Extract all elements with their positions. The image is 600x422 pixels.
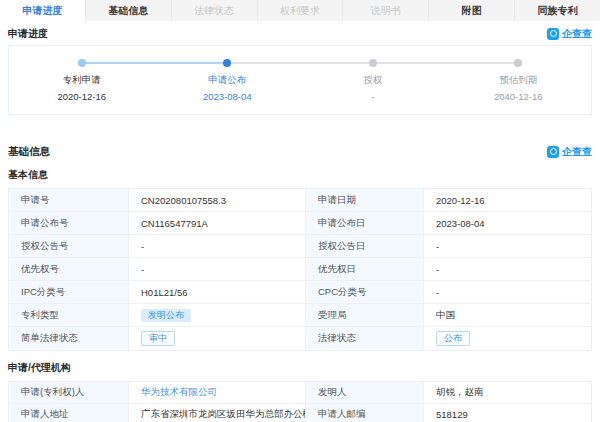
basic-section-title: 基础信息 xyxy=(8,145,50,159)
field-value: 华为技术有限公司 xyxy=(129,382,306,404)
field-label: 发明人 xyxy=(306,382,424,404)
qichacha-logo: 企查查 xyxy=(547,27,592,41)
tab-bar: 申请进度基础信息法律状态权利要求说明书附图同族专利 xyxy=(0,0,600,21)
field-value: H01L21/56 xyxy=(129,281,306,304)
tab-application-progress[interactable]: 申请进度 xyxy=(0,0,86,21)
field-label: 申请公布号 xyxy=(9,212,129,235)
step-name: 专利申请 xyxy=(63,74,101,87)
step-name: 预估到期 xyxy=(499,74,537,87)
field-value: 2023-08-04 xyxy=(424,212,591,235)
field-label: 授权公告日 xyxy=(306,235,424,258)
field-label: 申请人地址 xyxy=(9,404,129,422)
field-value: - xyxy=(424,258,591,281)
field-label: 申请(专利权)人 xyxy=(9,382,129,404)
field-value: CN116547791A xyxy=(129,212,306,235)
step-date: - xyxy=(371,91,374,102)
field-value: 胡锐，赵南 xyxy=(424,382,591,404)
timeline-step: 专利申请2020-12-16 xyxy=(9,59,155,102)
field-label: 优先权号 xyxy=(9,258,129,281)
field-label: 优先权日 xyxy=(306,258,424,281)
field-value: 广东省深圳市龙岗区坂田华为总部办公楼 xyxy=(129,404,306,422)
field-label: 授权公告号 xyxy=(9,235,129,258)
qichacha-icon xyxy=(547,146,559,158)
field-label: 申请号 xyxy=(9,189,129,212)
agency-table: 申请(专利权)人华为技术有限公司发明人胡锐，赵南申请人地址广东省深圳市龙岗区坂田… xyxy=(8,381,592,422)
tab-legal-status: 法律状态 xyxy=(172,0,258,21)
tab-patent-family[interactable]: 同族专利 xyxy=(515,0,600,21)
status-badge: 审中 xyxy=(141,331,175,346)
step-name: 授权 xyxy=(363,74,382,87)
field-value: 518129 xyxy=(424,404,591,422)
tab-claims: 权利要求 xyxy=(258,0,344,21)
tab-basic-info[interactable]: 基础信息 xyxy=(86,0,172,21)
basic-info-subtitle: 基本信息 xyxy=(8,168,592,182)
field-label: IPC分类号 xyxy=(9,281,129,304)
tab-description: 说明书 xyxy=(343,0,429,21)
field-value: 发明公布 xyxy=(129,304,306,327)
field-label: 简单法律状态 xyxy=(9,327,129,350)
field-label: CPC分类号 xyxy=(306,281,424,304)
field-value: 中国 xyxy=(424,304,591,327)
agency-subtitle: 申请/代理机构 xyxy=(8,361,592,375)
field-value: - xyxy=(129,235,306,258)
field-label: 法律状态 xyxy=(306,327,424,350)
step-date: 2023-08-04 xyxy=(203,91,252,102)
magnifier-icon xyxy=(550,148,557,155)
status-badge: 公布 xyxy=(436,331,470,346)
step-dot-icon xyxy=(223,59,231,67)
timeline-step: 申请公布2023-08-04 xyxy=(155,59,301,102)
timeline-step: 预估到期2040-12-16 xyxy=(446,59,592,102)
step-name: 申请公布 xyxy=(208,74,246,87)
step-date: 2020-12-16 xyxy=(57,91,106,102)
timeline-step: 授权- xyxy=(300,59,446,102)
company-link[interactable]: 华为技术有限公司 xyxy=(141,386,217,399)
field-label: 申请公布日 xyxy=(306,212,424,235)
step-date: 2040-12-16 xyxy=(494,91,543,102)
qichacha-icon xyxy=(547,28,559,40)
field-value: - xyxy=(424,235,591,258)
basic-info-table: 申请号CN202080107558.3申请日期2020-12-16申请公布号CN… xyxy=(8,188,592,351)
step-dot-icon xyxy=(369,59,377,67)
qichacha-logo-text: 企查查 xyxy=(562,27,592,41)
progress-section-title: 申请进度 xyxy=(8,27,48,41)
field-value: - xyxy=(129,258,306,281)
field-value: 审中 xyxy=(129,327,306,350)
application-timeline-card: 专利申请2020-12-16申请公布2023-08-04授权-预估到期2040-… xyxy=(8,45,592,115)
field-label: 申请人邮编 xyxy=(306,404,424,422)
status-badge: 发明公布 xyxy=(141,309,191,322)
tab-drawings[interactable]: 附图 xyxy=(429,0,515,21)
field-label: 受理局 xyxy=(306,304,424,327)
field-label: 申请日期 xyxy=(306,189,424,212)
field-value: - xyxy=(424,281,591,304)
field-value: CN202080107558.3 xyxy=(129,189,306,212)
qichacha-logo: 企查查 xyxy=(547,145,592,159)
step-dot-icon xyxy=(78,59,86,67)
page-content: 申请进度 企查查 专利申请2020-12-16申请公布2023-08-04授权-… xyxy=(0,27,600,422)
step-dot-icon xyxy=(514,59,522,67)
field-value: 公布 xyxy=(424,327,591,350)
field-value: 2020-12-16 xyxy=(424,189,591,212)
field-label: 专利类型 xyxy=(9,304,129,327)
magnifier-icon xyxy=(550,30,557,37)
qichacha-logo-text: 企查查 xyxy=(562,145,592,159)
timeline: 专利申请2020-12-16申请公布2023-08-04授权-预估到期2040-… xyxy=(9,59,591,102)
